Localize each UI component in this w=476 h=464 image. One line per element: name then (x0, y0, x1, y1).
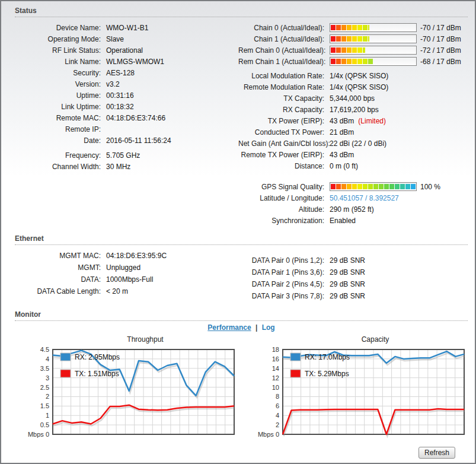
field-label: Net Gain (Ant Gain/Cbl loss): (238, 139, 330, 148)
field-row: TX Capacity:5,344,000 bps (238, 93, 468, 104)
throughput-chart-block: ThroughputMbps 00.511.522.533.544.5RX: 2… (15, 335, 238, 443)
signal-segment (336, 184, 341, 189)
y-tick-label: 18 (272, 346, 279, 353)
field-value: -70 / 17 dBm (420, 35, 461, 43)
throughput-chart: Mbps 00.511.522.533.544.5RX: 2.95MbpsTX:… (15, 345, 238, 441)
legend-swatch-tx (60, 370, 71, 377)
field-label: Synchronization: (238, 217, 330, 225)
field-label: TX Power (EIRP): (238, 117, 330, 125)
device-status-page: Status Device Name:WMO-W1-B1Operating Mo… (0, 0, 476, 464)
field-label: Channel Width: (15, 163, 106, 171)
monitor-section-header: Monitor (15, 310, 468, 321)
field-row: Link Uptime:00:18:32 (15, 101, 238, 112)
field-row: Link Name:WLMGS-WMOW1 (15, 56, 238, 67)
signal-segment (363, 59, 368, 64)
field-value: v3.2 (106, 80, 120, 88)
field-row: Chain 0 (Actual/Ideal):-70 / 17 dBm (238, 22, 468, 33)
signal-segment (405, 184, 410, 189)
field-label: Remote IP: (15, 125, 106, 134)
field-value: 29 dB SNR (330, 280, 365, 288)
row-gap (238, 171, 468, 181)
legend-label-rx: RX: 2.95Mbps (75, 353, 120, 361)
signal-segment (379, 184, 384, 189)
field-value: 29 dB SNR (330, 268, 365, 277)
field-row: DATA Pair 0 (Pins 1,2):29 dB SNR (238, 255, 468, 266)
field-label: Frequency: (15, 151, 106, 160)
y-tick-label: 4 (46, 355, 49, 363)
field-value[interactable]: 50.451057 / 8.392527 (330, 194, 399, 202)
field-label: Conducted TX Power: (238, 128, 330, 136)
signal-segment (336, 47, 341, 53)
field-value: -70 / 17 dBm (420, 24, 461, 32)
field-label: Latitude / Longitude: (238, 194, 330, 202)
refresh-row: Refresh (1, 447, 475, 459)
field-row: DATA Pair 1 (Pins 3,6):29 dB SNR (238, 266, 468, 278)
field-value: Operational (106, 46, 143, 55)
field-row: Remote IP: (15, 123, 238, 135)
field-value: 04:18:D6:E3:74:66 (106, 114, 165, 122)
field-row: Net Gain (Ant Gain/Cbl loss):22 dBi (22 … (238, 138, 468, 149)
signal-segment (331, 25, 336, 30)
field-label: DATA Pair 3 (Pins 7,8): (238, 292, 330, 300)
signal-segment (357, 36, 362, 42)
signal-segment (347, 59, 352, 64)
field-row: RF Link Status:Operational (15, 45, 238, 56)
field-value: 17,619,200 bps (330, 106, 379, 114)
field-value: 100 % (420, 183, 440, 191)
y-tick-label: 2.5 (40, 384, 49, 391)
ethernet-section-header: Ethernet (15, 234, 468, 245)
field-value: WMO-W1-B1 (106, 24, 148, 32)
field-row: TX Power (EIRP):43 dBm(Limited) (238, 115, 468, 126)
log-tab-link[interactable]: Log (262, 323, 275, 332)
signal-segment (395, 184, 400, 189)
y-tick-label: 14 (272, 365, 279, 372)
nav-separator: | (255, 323, 257, 332)
field-row: Remote TX Power (EIRP):43 dBm (238, 149, 468, 160)
field-row: RX Capacity:17,619,200 bps (238, 104, 468, 115)
field-label: Version: (15, 80, 106, 88)
field-value: 30 MHz (106, 163, 130, 171)
signal-bar (330, 34, 417, 43)
field-row: MGMT MAC:04:18:D6:E3:95:9C (15, 250, 238, 262)
signal-segment (341, 59, 346, 64)
signal-segment (357, 47, 362, 53)
performance-tab-link[interactable]: Performance (207, 323, 251, 332)
y-tick-label: 3 (46, 374, 49, 382)
field-value: 00:18:32 (106, 103, 134, 111)
field-row: DATA:1000Mbps-Full (15, 274, 238, 285)
ethernet-section: Ethernet MGMT MAC:04:18:D6:E3:95:9CMGMT:… (1, 234, 475, 302)
field-value: -72 / 17 dBm (420, 46, 461, 55)
field-label: MGMT MAC: (15, 252, 106, 260)
field-label: RF Link Status: (15, 46, 106, 55)
field-row: Synchronization:Enabled (238, 215, 468, 226)
limited-note: (Limited) (358, 117, 386, 125)
signal-segment (352, 59, 357, 64)
field-value: 21 dBm (330, 128, 354, 136)
y-tick-label: Mbps 0 (28, 431, 49, 438)
field-value: 290 m (952 ft) (330, 205, 374, 214)
field-value: AES-128 (106, 69, 135, 77)
signal-bar (330, 46, 417, 55)
field-value: < 20 m (106, 287, 128, 295)
signal-segment (352, 184, 357, 189)
status-right-rows: Chain 0 (Actual/Ideal):-70 / 17 dBmChain… (238, 22, 468, 226)
ethernet-columns: MGMT MAC:04:18:D6:E3:95:9CMGMT:Unplugged… (15, 250, 468, 302)
chart-title: Capacity (245, 335, 468, 345)
field-row: Operating Mode:Slave (15, 33, 238, 45)
signal-segment (384, 184, 389, 189)
field-row: GPS Signal Quality:100 % (238, 181, 468, 192)
field-row: Remote MAC:04:18:D6:E3:74:66 (15, 112, 238, 123)
signal-segment (400, 184, 405, 189)
ethernet-right-rows: DATA Pair 0 (Pins 1,2):29 dB SNRDATA Pai… (238, 255, 468, 302)
field-row: Security:AES-128 (15, 67, 238, 78)
tx-line-shadow (284, 411, 465, 436)
signal-segment (357, 59, 362, 64)
field-value: 29 dB SNR (330, 256, 365, 265)
field-row: Rem Chain 1 (Actual/Ideal):-68 / 17 dBm (238, 56, 468, 67)
field-row: DATA Cable Length:< 20 m (15, 285, 238, 297)
field-label: MGMT: (15, 263, 106, 272)
y-tick-label: 16 (272, 355, 279, 363)
field-row: Uptime:00:31:16 (15, 90, 238, 101)
field-label: Remote Modulation Rate: (238, 83, 330, 91)
refresh-button[interactable]: Refresh (419, 447, 455, 459)
